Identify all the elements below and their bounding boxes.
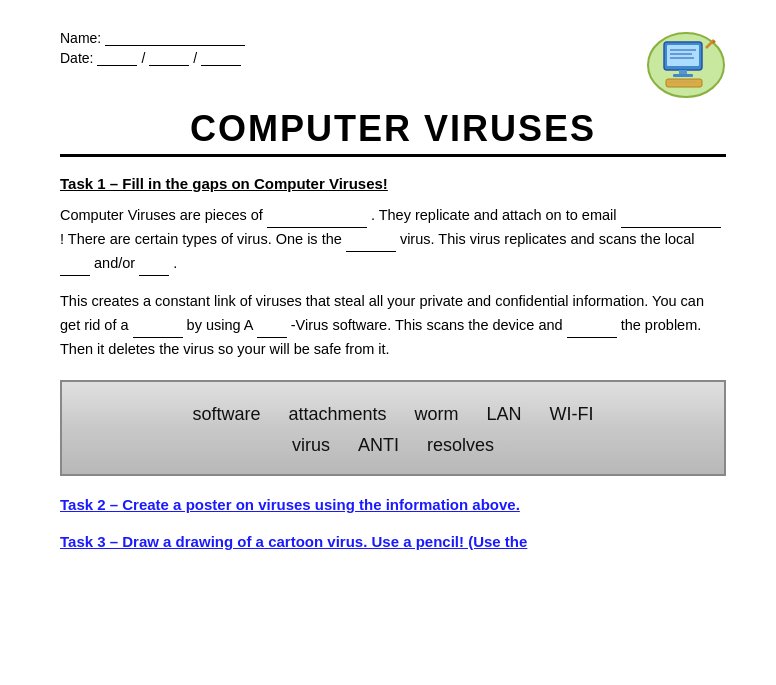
task1-paragraph2: This creates a constant link of viruses … [60, 290, 726, 362]
word-anti: ANTI [358, 435, 399, 456]
svg-rect-2 [667, 45, 699, 66]
name-line: Name: [60, 30, 245, 46]
name-field[interactable] [105, 30, 245, 46]
para1-text5: and/or [94, 255, 139, 271]
task1-heading: Task 1 – Fill in the gaps on Computer Vi… [60, 175, 726, 192]
task3-heading: Task 3 – Draw a drawing of a cartoon vir… [60, 533, 726, 550]
para1-text3: ! There are certain types of virus. One … [60, 231, 346, 247]
blank-7[interactable] [257, 324, 287, 338]
blank-2[interactable] [621, 214, 721, 228]
computer-icon [646, 30, 726, 100]
word-software: software [192, 404, 260, 425]
word-resolves: resolves [427, 435, 494, 456]
word-attachments: attachments [288, 404, 386, 425]
word-bank-row-2: virus ANTI resolves [82, 435, 704, 456]
svg-rect-9 [669, 81, 697, 83]
date-field-3[interactable] [201, 50, 241, 66]
word-worm: worm [415, 404, 459, 425]
task2-heading: Task 2 – Create a poster on viruses usin… [60, 496, 726, 513]
date-label: Date: [60, 50, 93, 66]
para2-text2: by using A [187, 317, 253, 333]
para1-text6: . [173, 255, 177, 271]
header-area: Name: Date: / / [60, 30, 726, 100]
para1-text4: virus. This virus replicates and scans t… [400, 231, 695, 247]
page-title: COMPUTER VIRUSES [60, 108, 726, 157]
para2-text3: -Virus software. This scans the device a… [291, 317, 567, 333]
svg-rect-7 [673, 74, 693, 77]
word-bank: software attachments worm LAN WI-FI viru… [60, 380, 726, 476]
blank-4[interactable] [60, 262, 90, 276]
task1-paragraph1: Computer Viruses are pieces of . They re… [60, 204, 726, 276]
word-wifi: WI-FI [550, 404, 594, 425]
date-line: Date: / / [60, 50, 245, 66]
date-field-2[interactable] [149, 50, 189, 66]
word-virus: virus [292, 435, 330, 456]
blank-3[interactable] [346, 238, 396, 252]
blank-8[interactable] [567, 324, 617, 338]
blank-1[interactable] [267, 214, 367, 228]
name-label: Name: [60, 30, 101, 46]
blank-6[interactable] [133, 324, 183, 338]
para1-text2: . They replicate and attach on to email [371, 207, 621, 223]
blank-5[interactable] [139, 262, 169, 276]
date-field-1[interactable] [97, 50, 137, 66]
para1-text1: Computer Viruses are pieces of [60, 207, 267, 223]
word-bank-row-1: software attachments worm LAN WI-FI [82, 404, 704, 425]
name-date-area: Name: Date: / / [60, 30, 245, 66]
word-lan: LAN [487, 404, 522, 425]
